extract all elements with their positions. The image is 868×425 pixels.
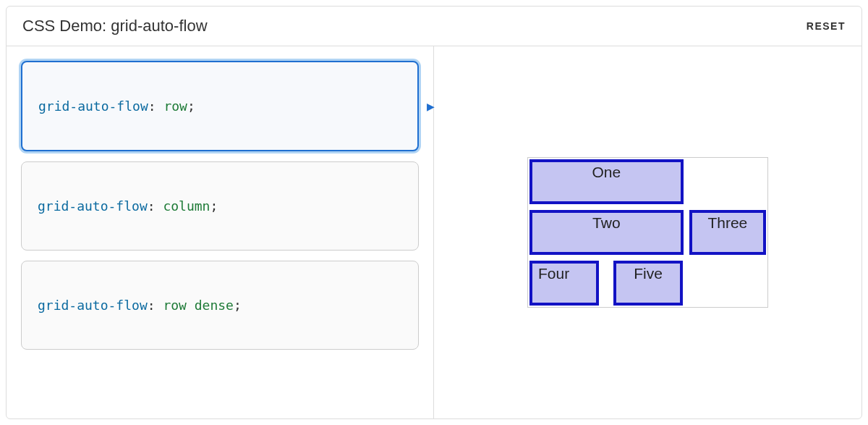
code-option-row-1: grid-auto-flow: column;	[21, 161, 419, 251]
code-options-panel: grid-auto-flow: row; ▶ grid-auto-flow: c…	[7, 46, 434, 418]
code-property: grid-auto-flow	[38, 198, 148, 214]
grid-item-four: Four	[529, 261, 599, 306]
code-colon: :	[148, 198, 163, 214]
code-value: column	[163, 198, 210, 214]
demo-title: CSS Demo: grid-auto-flow	[22, 17, 208, 35]
grid-item-one: One	[529, 159, 684, 204]
selected-arrow-icon: ▶	[427, 101, 435, 112]
reset-button[interactable]: RESET	[807, 20, 846, 32]
code-option-row[interactable]: grid-auto-flow: row;	[21, 61, 419, 151]
code-colon: :	[148, 98, 164, 114]
grid-item-five: Five	[613, 261, 683, 306]
code-property: grid-auto-flow	[38, 98, 148, 114]
grid-item-two: Two	[529, 210, 684, 255]
demo-container: CSS Demo: grid-auto-flow RESET grid-auto…	[6, 6, 862, 419]
demo-body: grid-auto-flow: row; ▶ grid-auto-flow: c…	[7, 46, 861, 418]
grid-demo: One Two Three Four Five	[527, 157, 768, 308]
code-colon: :	[148, 298, 163, 313]
code-value: row dense	[163, 298, 234, 313]
grid-item-three: Three	[689, 210, 766, 255]
code-option-row-2: grid-auto-flow: row dense;	[21, 261, 419, 350]
code-option-row-0: grid-auto-flow: row; ▶	[21, 61, 419, 151]
code-value: row	[163, 98, 187, 114]
grid-row-3: Four Five	[529, 261, 684, 306]
code-option-column[interactable]: grid-auto-flow: column;	[21, 161, 419, 251]
output-panel: One Two Three Four Five	[434, 46, 861, 418]
code-option-row-dense[interactable]: grid-auto-flow: row dense;	[21, 261, 419, 350]
code-semicolon: ;	[210, 198, 218, 214]
code-semicolon: ;	[187, 98, 195, 114]
demo-header: CSS Demo: grid-auto-flow RESET	[7, 7, 861, 46]
code-property: grid-auto-flow	[38, 298, 148, 313]
code-semicolon: ;	[234, 298, 242, 313]
